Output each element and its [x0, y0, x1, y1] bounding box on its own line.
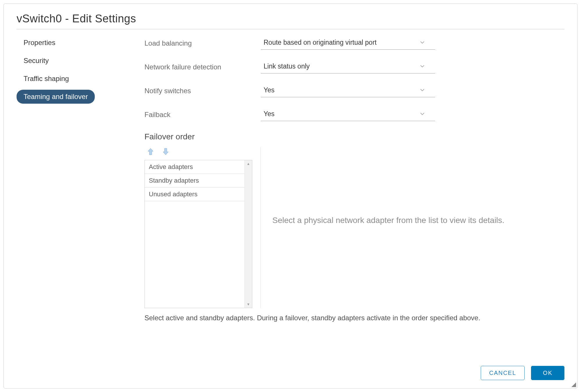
label-load-balancing: Load balancing [144, 39, 261, 47]
arrow-down-icon [162, 148, 169, 155]
resize-handle-icon[interactable] [571, 382, 576, 387]
label-failure-detection: Network failure detection [144, 63, 261, 71]
select-failure-detection[interactable]: Link status only [261, 61, 435, 73]
row-load-balancing: Load balancing Route based on originatin… [144, 37, 564, 50]
cancel-button[interactable]: CANCEL [481, 366, 525, 380]
chevron-down-icon [420, 88, 425, 93]
select-notify-switches-value: Yes [264, 86, 275, 94]
dialog-footer: CANCEL OK [17, 357, 564, 380]
adapter-list-side: Active adapters Standby adapters Unused … [144, 147, 261, 308]
nav-item-properties[interactable]: Properties [17, 36, 62, 50]
settings-panel: Load balancing Route based on originatin… [133, 36, 564, 357]
label-notify-switches: Notify switches [144, 87, 261, 95]
adapter-scrollbar[interactable]: ▲ ▼ [244, 160, 252, 308]
select-load-balancing[interactable]: Route based on originating virtual port [261, 37, 435, 50]
adapter-group-active[interactable]: Active adapters [145, 160, 244, 174]
chevron-down-icon [420, 40, 425, 45]
select-failback[interactable]: Yes [261, 108, 435, 121]
adapter-group-unused[interactable]: Unused adapters [145, 188, 244, 201]
failover-panel: Active adapters Standby adapters Unused … [144, 147, 564, 308]
adapter-detail-placeholder: Select a physical network adapter from t… [272, 214, 528, 227]
select-failure-detection-value: Link status only [264, 62, 310, 70]
settings-nav: Properties Security Traffic shaping Team… [17, 36, 133, 357]
adapter-listbox: Active adapters Standby adapters Unused … [144, 160, 252, 308]
chevron-down-icon [420, 64, 425, 69]
scroll-up-icon[interactable]: ▲ [245, 160, 252, 167]
row-notify-switches: Notify switches Yes [144, 84, 564, 97]
select-notify-switches[interactable]: Yes [261, 84, 435, 97]
arrow-up-icon [147, 148, 154, 155]
failover-helper-text: Select active and standby adapters. Duri… [144, 314, 564, 322]
edit-settings-dialog: vSwitch0 - Edit Settings Properties Secu… [3, 3, 578, 389]
select-load-balancing-value: Route based on originating virtual port [264, 39, 377, 46]
adapter-group-standby[interactable]: Standby adapters [145, 174, 244, 188]
select-failback-value: Yes [264, 110, 275, 118]
nav-item-security[interactable]: Security [17, 54, 56, 68]
failover-order-title: Failover order [144, 132, 564, 141]
adapter-list[interactable]: Active adapters Standby adapters Unused … [145, 160, 244, 308]
nav-item-traffic-shaping[interactable]: Traffic shaping [17, 72, 76, 86]
row-failback: Failback Yes [144, 108, 564, 121]
scroll-down-icon[interactable]: ▼ [245, 301, 252, 308]
nav-item-teaming-failover[interactable]: Teaming and failover [17, 90, 95, 104]
dialog-title: vSwitch0 - Edit Settings [17, 12, 564, 29]
move-down-button[interactable] [162, 147, 169, 156]
dialog-content: Properties Security Traffic shaping Team… [17, 36, 564, 357]
row-failure-detection: Network failure detection Link status on… [144, 61, 564, 73]
reorder-toolbar [144, 147, 252, 156]
label-failback: Failback [144, 111, 261, 119]
move-up-button[interactable] [147, 147, 154, 156]
chevron-down-icon [420, 112, 425, 116]
adapter-detail-side: Select a physical network adapter from t… [261, 147, 564, 308]
ok-button[interactable]: OK [531, 366, 564, 380]
